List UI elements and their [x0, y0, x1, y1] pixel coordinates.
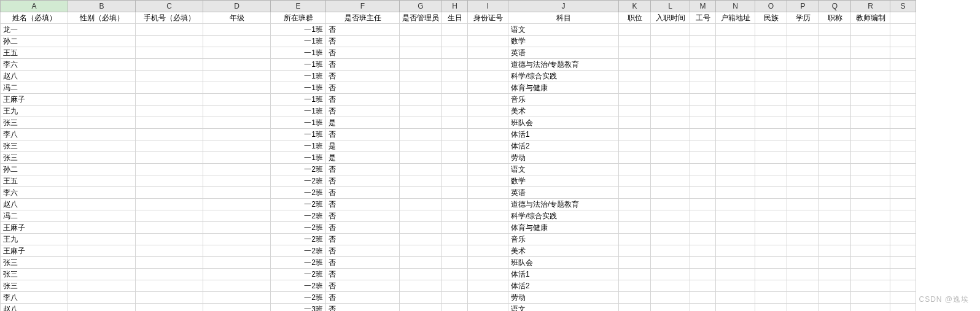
- cell[interactable]: 一1班: [271, 94, 326, 106]
- cell[interactable]: [851, 36, 890, 47]
- column-letter[interactable]: E: [271, 1, 326, 12]
- cell[interactable]: [468, 292, 508, 304]
- cell[interactable]: 赵八: [1, 304, 68, 312]
- cell[interactable]: [755, 222, 787, 234]
- cell[interactable]: [619, 47, 651, 59]
- cell[interactable]: [851, 152, 890, 164]
- cell[interactable]: 英语: [508, 187, 619, 199]
- cell[interactable]: [716, 280, 755, 292]
- cell[interactable]: [651, 59, 690, 71]
- cell[interactable]: [755, 94, 787, 106]
- cell[interactable]: [890, 210, 916, 222]
- cell[interactable]: [468, 187, 508, 199]
- cell[interactable]: [136, 129, 203, 140]
- cell[interactable]: [755, 210, 787, 222]
- cell[interactable]: [442, 82, 468, 94]
- header-cell[interactable]: 手机号（必填）: [136, 12, 203, 24]
- header-cell[interactable]: 是否管理员: [400, 12, 442, 24]
- cell[interactable]: [819, 106, 851, 117]
- cell[interactable]: [68, 140, 136, 152]
- cell[interactable]: [68, 222, 136, 234]
- cell[interactable]: [787, 210, 819, 222]
- cell[interactable]: [819, 82, 851, 94]
- cell[interactable]: [619, 199, 651, 210]
- cell[interactable]: [203, 292, 271, 304]
- cell[interactable]: [851, 199, 890, 210]
- cell[interactable]: [442, 129, 468, 140]
- cell[interactable]: [690, 47, 716, 59]
- cell[interactable]: [619, 234, 651, 245]
- header-cell[interactable]: 职位: [619, 12, 651, 24]
- cell[interactable]: [651, 164, 690, 175]
- cell[interactable]: 体活1: [508, 129, 619, 140]
- cell[interactable]: [819, 234, 851, 245]
- cell[interactable]: [851, 292, 890, 304]
- cell[interactable]: [400, 36, 442, 47]
- cell[interactable]: [203, 59, 271, 71]
- cell[interactable]: [651, 234, 690, 245]
- cell[interactable]: [400, 199, 442, 210]
- cell[interactable]: [690, 117, 716, 129]
- cell[interactable]: [400, 47, 442, 59]
- cell[interactable]: [851, 71, 890, 82]
- cell[interactable]: [716, 292, 755, 304]
- cell[interactable]: 体育与健康: [508, 222, 619, 234]
- cell[interactable]: [851, 24, 890, 36]
- cell[interactable]: [203, 82, 271, 94]
- cell[interactable]: [651, 175, 690, 187]
- cell[interactable]: [819, 222, 851, 234]
- cell[interactable]: 一1班: [271, 82, 326, 94]
- column-letter[interactable]: J: [508, 1, 619, 12]
- cell[interactable]: 道德与法治/专题教育: [508, 199, 619, 210]
- cell[interactable]: 一1班: [271, 152, 326, 164]
- cell[interactable]: 一1班: [271, 106, 326, 117]
- cell[interactable]: [819, 94, 851, 106]
- cell[interactable]: [136, 71, 203, 82]
- cell[interactable]: [651, 106, 690, 117]
- cell[interactable]: 赵八: [1, 199, 68, 210]
- cell[interactable]: [690, 24, 716, 36]
- cell[interactable]: 语文: [508, 304, 619, 312]
- cell[interactable]: [468, 222, 508, 234]
- cell[interactable]: [68, 71, 136, 82]
- cell[interactable]: 道德与法治/专题教育: [508, 59, 619, 71]
- cell[interactable]: [787, 245, 819, 257]
- cell[interactable]: [203, 129, 271, 140]
- cell[interactable]: [851, 59, 890, 71]
- cell[interactable]: 一2班: [271, 269, 326, 280]
- cell[interactable]: [890, 36, 916, 47]
- cell[interactable]: [890, 47, 916, 59]
- cell[interactable]: [468, 175, 508, 187]
- cell[interactable]: [651, 140, 690, 152]
- cell[interactable]: [787, 106, 819, 117]
- cell[interactable]: [851, 117, 890, 129]
- cell[interactable]: [442, 140, 468, 152]
- cell[interactable]: [651, 82, 690, 94]
- header-cell[interactable]: 职称: [819, 12, 851, 24]
- cell[interactable]: [203, 245, 271, 257]
- cell[interactable]: [68, 47, 136, 59]
- cell[interactable]: [716, 175, 755, 187]
- cell[interactable]: [755, 117, 787, 129]
- cell[interactable]: [851, 129, 890, 140]
- cell[interactable]: [716, 210, 755, 222]
- cell[interactable]: [136, 59, 203, 71]
- cell[interactable]: [136, 117, 203, 129]
- cell[interactable]: [651, 210, 690, 222]
- cell[interactable]: [787, 304, 819, 312]
- cell[interactable]: [442, 199, 468, 210]
- cell[interactable]: [651, 152, 690, 164]
- cell[interactable]: [136, 152, 203, 164]
- cell[interactable]: [755, 152, 787, 164]
- cell[interactable]: [787, 257, 819, 269]
- cell[interactable]: [819, 199, 851, 210]
- cell[interactable]: [203, 24, 271, 36]
- cell[interactable]: [68, 94, 136, 106]
- cell[interactable]: [68, 24, 136, 36]
- cell[interactable]: [890, 234, 916, 245]
- cell[interactable]: [68, 257, 136, 269]
- cell[interactable]: [400, 117, 442, 129]
- column-letter[interactable]: Q: [819, 1, 851, 12]
- column-letter[interactable]: I: [468, 1, 508, 12]
- cell[interactable]: [68, 199, 136, 210]
